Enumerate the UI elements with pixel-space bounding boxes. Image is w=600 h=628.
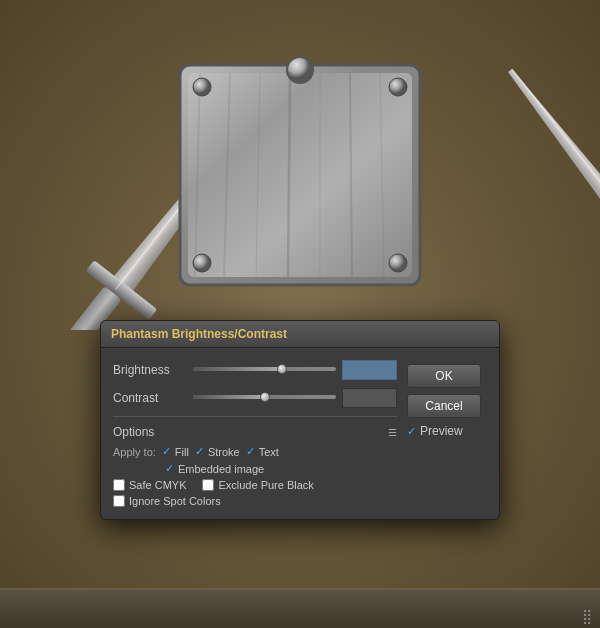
brightness-label: Brightness bbox=[113, 363, 193, 377]
brightness-value-input[interactable]: 15 bbox=[342, 360, 397, 380]
options-header: Options ☰ bbox=[113, 425, 397, 439]
contrast-row: Contrast 0 bbox=[113, 388, 397, 408]
fill-label: Fill bbox=[175, 446, 189, 458]
ignore-spot-row: Ignore Spot Colors bbox=[113, 495, 397, 507]
options-title: Options bbox=[113, 425, 154, 439]
contrast-slider-track[interactable] bbox=[193, 395, 336, 399]
text-checkbox-item[interactable]: ✓ Text bbox=[246, 445, 279, 458]
embedded-checkbox-item[interactable]: ✓ Embedded image bbox=[165, 462, 264, 475]
dialog-body: Brightness 15 Contrast bbox=[101, 348, 499, 519]
contrast-slider-fill bbox=[193, 395, 265, 399]
dialog: Phantasm Brightness/Contrast Brightness … bbox=[100, 320, 500, 520]
safe-cmyk-label: Safe CMYK bbox=[129, 479, 186, 491]
apply-to-label: Apply to: bbox=[113, 446, 156, 458]
extra-checkboxes-row: Safe CMYK Exclude Pure Black bbox=[113, 479, 397, 491]
preview-label[interactable]: Preview bbox=[420, 424, 463, 438]
dialog-left-panel: Brightness 15 Contrast bbox=[113, 360, 397, 507]
text-checkmark: ✓ bbox=[246, 445, 255, 458]
fill-checkmark: ✓ bbox=[162, 445, 171, 458]
text-label: Text bbox=[259, 446, 279, 458]
preview-checkmark: ✓ bbox=[407, 425, 416, 438]
ok-button[interactable]: OK bbox=[407, 364, 481, 388]
background bbox=[0, 0, 600, 628]
dialog-title: Phantasm Brightness/Contrast bbox=[111, 327, 287, 341]
dialog-titlebar: Phantasm Brightness/Contrast bbox=[101, 321, 499, 348]
exclude-black-item[interactable]: Exclude Pure Black bbox=[202, 479, 313, 491]
ignore-spot-label: Ignore Spot Colors bbox=[129, 495, 221, 507]
contrast-slider-container bbox=[193, 395, 336, 401]
brightness-slider-container bbox=[193, 367, 336, 373]
preview-row: ✓ Preview bbox=[407, 424, 487, 438]
embedded-checkmark: ✓ bbox=[165, 462, 174, 475]
brightness-slider-track[interactable] bbox=[193, 367, 336, 371]
brightness-slider-thumb[interactable] bbox=[277, 364, 287, 374]
dialog-right-panel: OK Cancel ✓ Preview bbox=[407, 360, 487, 507]
resize-handle[interactable]: ⣿ bbox=[582, 608, 592, 624]
ignore-spot-item[interactable]: Ignore Spot Colors bbox=[113, 495, 221, 507]
stroke-checkmark: ✓ bbox=[195, 445, 204, 458]
safe-cmyk-item[interactable]: Safe CMYK bbox=[113, 479, 186, 491]
contrast-label: Contrast bbox=[113, 391, 193, 405]
options-menu-icon[interactable]: ☰ bbox=[388, 427, 397, 438]
apply-to-row: Apply to: ✓ Fill ✓ Stroke ✓ Text bbox=[113, 445, 397, 458]
brightness-slider-fill bbox=[193, 367, 282, 371]
embedded-label: Embedded image bbox=[178, 463, 264, 475]
contrast-slider-thumb[interactable] bbox=[260, 392, 270, 402]
brightness-row: Brightness 15 bbox=[113, 360, 397, 380]
ignore-spot-checkbox[interactable] bbox=[113, 495, 125, 507]
contrast-value-input[interactable]: 0 bbox=[342, 388, 397, 408]
bottom-strip: ⣿ bbox=[0, 588, 600, 628]
cancel-button[interactable]: Cancel bbox=[407, 394, 481, 418]
exclude-black-label: Exclude Pure Black bbox=[218, 479, 313, 491]
stroke-checkbox-item[interactable]: ✓ Stroke bbox=[195, 445, 240, 458]
options-section: Options ☰ Apply to: ✓ Fill ✓ Stroke ✓ bbox=[113, 416, 397, 507]
exclude-black-checkbox[interactable] bbox=[202, 479, 214, 491]
embedded-row: ✓ Embedded image bbox=[113, 462, 397, 475]
stroke-label: Stroke bbox=[208, 446, 240, 458]
fill-checkbox-item[interactable]: ✓ Fill bbox=[162, 445, 189, 458]
safe-cmyk-checkbox[interactable] bbox=[113, 479, 125, 491]
